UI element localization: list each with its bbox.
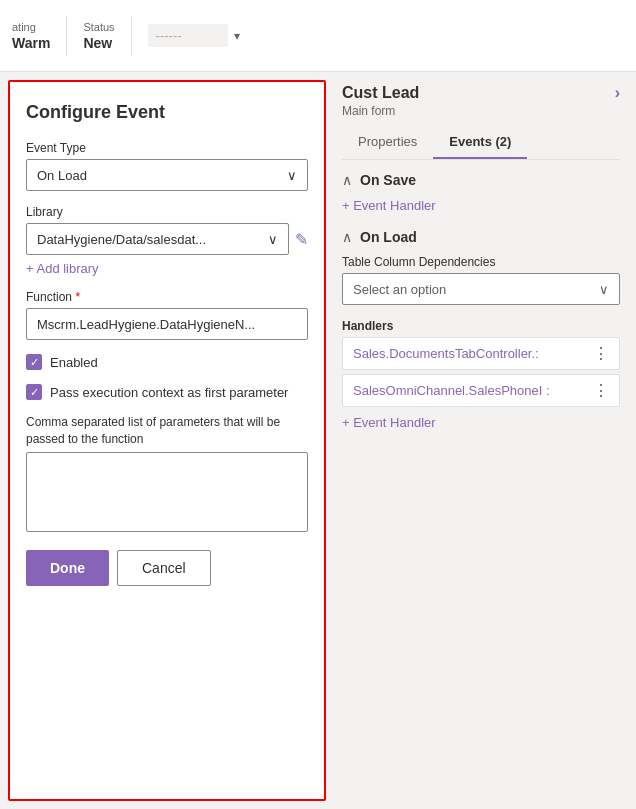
tab-properties[interactable]: Properties [342,126,433,159]
library-value: DataHygiene/Data/salesdat... [37,232,206,247]
cust-lead-subtitle: Main form [342,104,620,118]
on-load-title: On Load [360,229,417,245]
table-col-dep-select[interactable]: Select an option ∨ [342,273,620,305]
library-row: DataHygiene/Data/salesdat... ∨ ✎ [26,223,308,255]
on-save-title: On Save [360,172,416,188]
cust-lead-title: Cust Lead › [342,84,620,102]
event-type-label: Event Type [26,141,308,155]
required-marker: * [75,290,80,304]
on-load-section-header: ∧ On Load [342,217,620,251]
handler-name-2: SalesOmniChannel.SalesPhoneI : [353,383,550,398]
chevron-down-icon: ∨ [287,168,297,183]
select-field[interactable]: ------ ▾ [148,24,240,47]
handler-item-1[interactable]: Sales.DocumentsTabController.: ⋮ [342,337,620,370]
cust-lead-name: Cust Lead [342,84,419,102]
separator2 [131,16,132,56]
pass-context-checkbox[interactable]: ✓ [26,384,42,400]
params-textarea[interactable] [26,452,308,532]
rating-label: ating [12,21,50,33]
table-col-dep-label: Table Column Dependencies [342,255,620,269]
library-select[interactable]: DataHygiene/Data/salesdat... ∨ [26,223,289,255]
params-label: Comma separated list of parameters that … [26,414,308,448]
chevron-right-icon: › [615,84,620,102]
right-panel-header: Cust Lead › Main form [342,72,620,118]
select-option-placeholder: Select an option [353,282,446,297]
handlers-label: Handlers [342,319,620,333]
configure-event-panel: Configure Event Event Type On Load ∨ Lib… [8,80,326,801]
rating-value: Warm [12,35,50,51]
check-icon: ✓ [30,387,39,398]
status-field: Status New [83,21,114,51]
edit-icon[interactable]: ✎ [295,230,308,249]
collapse-icon[interactable]: ∧ [342,172,352,188]
check-icon: ✓ [30,357,39,368]
library-label: Library [26,205,308,219]
handler-item-2[interactable]: SalesOmniChannel.SalesPhoneI : ⋮ [342,374,620,407]
more-options-icon[interactable]: ⋮ [593,381,609,400]
event-type-select[interactable]: On Load ∨ [26,159,308,191]
add-library-label: + Add library [26,261,99,276]
enabled-label: Enabled [50,355,98,370]
event-type-field: Event Type On Load ∨ [26,141,308,191]
on-load-event-handler-label: + Event Handler [342,415,436,430]
cancel-button[interactable]: Cancel [117,550,211,586]
enabled-checkbox[interactable]: ✓ [26,354,42,370]
button-row: Done Cancel [26,550,308,586]
chevron-down-icon: ∨ [599,282,609,297]
tabs-row: Properties Events (2) [342,126,620,160]
tab-events[interactable]: Events (2) [433,126,527,159]
status-value: New [83,35,114,51]
on-load-event-handler-link[interactable]: + Event Handler [342,411,620,434]
chevron-down-icon: ▾ [234,29,240,43]
select-value: ------ [148,24,228,47]
chevron-down-icon: ∨ [268,232,278,247]
main-content: Configure Event Event Type On Load ∨ Lib… [0,72,636,809]
more-options-icon[interactable]: ⋮ [593,344,609,363]
panel-title: Configure Event [26,102,308,123]
on-save-section-header: ∧ On Save [342,160,620,194]
event-type-value: On Load [37,168,87,183]
pass-context-label: Pass execution context as first paramete… [50,385,288,400]
collapse-icon[interactable]: ∧ [342,229,352,245]
on-save-event-handler-label: + Event Handler [342,198,436,213]
handler-name-1: Sales.DocumentsTabController.: [353,346,539,361]
rating-field: ating Warm [12,21,50,51]
enabled-checkbox-row[interactable]: ✓ Enabled [26,354,308,370]
pass-context-checkbox-row[interactable]: ✓ Pass execution context as first parame… [26,384,308,400]
library-field: Library DataHygiene/Data/salesdat... ∨ ✎… [26,205,308,276]
status-label: Status [83,21,114,33]
right-panel: Cust Lead › Main form Properties Events … [326,72,636,809]
params-field: Comma separated list of parameters that … [26,414,308,532]
done-button[interactable]: Done [26,550,109,586]
add-library-link[interactable]: + Add library [26,261,308,276]
function-input[interactable] [26,308,308,340]
top-bar: ating Warm Status New ------ ▾ [0,0,636,72]
function-field: Function * [26,290,308,340]
function-label: Function * [26,290,308,304]
on-save-event-handler-link[interactable]: + Event Handler [342,194,620,217]
separator [66,16,67,56]
